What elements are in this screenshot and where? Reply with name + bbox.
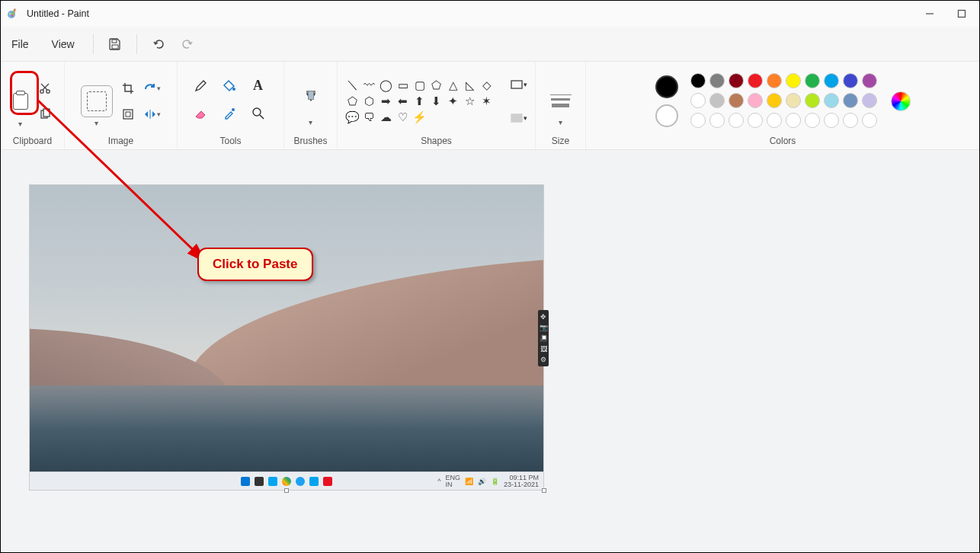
redo-icon[interactable] [180, 37, 195, 52]
color-swatch[interactable] [748, 113, 763, 128]
color-swatch[interactable] [767, 113, 782, 128]
color-swatch[interactable] [862, 113, 877, 128]
color-swatch[interactable] [690, 93, 706, 108]
color-swatch[interactable] [843, 73, 858, 88]
shape-oval-icon[interactable]: ◯ [379, 78, 394, 92]
color-swatch[interactable] [709, 113, 725, 128]
color-swatch[interactable] [786, 93, 801, 108]
color-swatch[interactable] [824, 93, 839, 108]
resize-icon[interactable] [119, 105, 137, 123]
shape-curve-icon[interactable]: 〰 [362, 78, 377, 92]
color-swatch[interactable] [709, 93, 725, 108]
taskbar-app-icon [309, 477, 319, 486]
color-swatch[interactable] [748, 73, 763, 88]
color-swatch[interactable] [729, 73, 744, 88]
menu-view[interactable]: View [47, 34, 79, 55]
color-swatch[interactable] [824, 73, 839, 88]
svg-rect-15 [123, 110, 133, 119]
taskbar-app-icon [268, 477, 277, 486]
group-brushes-label: Brushes [293, 136, 327, 146]
eraser-icon[interactable] [191, 104, 210, 123]
color-swatch[interactable] [748, 93, 763, 108]
color-swatch[interactable] [786, 73, 801, 88]
shape-darrow-icon[interactable]: ⬇ [429, 94, 444, 108]
group-image: ▾ ▾ ▾ Image [65, 62, 178, 149]
shape-6star-icon[interactable]: ✶ [479, 94, 495, 108]
shapes-gallery[interactable]: ＼ 〰 ◯ ▭ ▢ ⬠ △ ◺ ◇ ⬠ ⬡ ➡ ⬅ ⬆ ⬇ ✦ ☆ ✶ 💬 🗨 [345, 78, 495, 124]
pencil-icon[interactable] [191, 77, 210, 95]
color-picker-icon[interactable] [220, 104, 239, 123]
shape-rect-icon[interactable]: ▭ [396, 78, 411, 92]
shape-heart-icon[interactable]: ♡ [396, 110, 411, 124]
shape-rarrow-icon[interactable]: ➡ [379, 94, 394, 108]
resize-handle-bottom[interactable] [284, 488, 289, 493]
size-button[interactable]: ▾ [550, 81, 572, 122]
group-shapes: ＼ 〰 ◯ ▭ ▢ ⬠ △ ◺ ◇ ⬠ ⬡ ➡ ⬅ ⬆ ⬇ ✦ ☆ ✶ 💬 🗨 [338, 62, 536, 149]
color-swatch[interactable] [805, 93, 820, 108]
shape-pentagon-icon[interactable]: ⬠ [345, 94, 360, 108]
color-swatch[interactable] [805, 73, 820, 88]
color-swatch[interactable] [729, 113, 744, 128]
color-palette [690, 73, 879, 129]
shape-righttri-icon[interactable]: ◺ [463, 78, 478, 92]
color-swatch[interactable] [767, 93, 782, 108]
text-icon[interactable]: A [249, 77, 267, 95]
color-swatch[interactable] [862, 93, 877, 108]
magnifier-icon[interactable] [249, 104, 267, 123]
flip-icon[interactable]: ▾ [143, 105, 162, 123]
svg-rect-8 [112, 45, 118, 49]
shape-uarrow-icon[interactable]: ⬆ [412, 94, 428, 108]
shape-triangle-icon[interactable]: △ [446, 78, 461, 92]
canvas[interactable]: ^ ENGIN 📶 🔊 🔋 09:11 PM23-11-2021 ✥ 📷 🎥 🖼… [30, 185, 543, 490]
shape-diamond-icon[interactable]: ◇ [479, 78, 495, 92]
fill-icon[interactable] [220, 77, 239, 95]
menu-bar: File View [1, 27, 979, 62]
svg-rect-16 [126, 112, 130, 117]
color-swatch[interactable] [690, 73, 706, 88]
shape-outline-icon[interactable]: ▾ [510, 75, 528, 94]
undo-icon[interactable] [151, 37, 166, 52]
rotate-icon[interactable]: ▾ [143, 79, 162, 97]
color-swatch[interactable] [824, 113, 839, 128]
color-swatch[interactable] [786, 113, 801, 128]
shape-4star-icon[interactable]: ✦ [446, 94, 461, 108]
shape-fill-icon[interactable]: ▾ [510, 109, 528, 127]
taskbar-battery-icon: 🔋 [491, 478, 499, 485]
select-button[interactable]: ▾ [81, 85, 113, 117]
shape-larrow-icon[interactable]: ⬅ [396, 94, 411, 108]
color1-swatch[interactable] [655, 75, 678, 98]
color-swatch[interactable] [690, 113, 706, 128]
svg-rect-7 [112, 40, 117, 43]
shape-roundrect-icon[interactable]: ▢ [412, 78, 428, 92]
shape-hexagon-icon[interactable]: ⬡ [362, 94, 377, 108]
color-swatch[interactable] [862, 73, 877, 88]
resize-handle-right[interactable] [542, 335, 546, 340]
color-swatch[interactable] [729, 93, 744, 108]
color-swatch[interactable] [709, 73, 725, 88]
svg-rect-14 [43, 109, 50, 117]
color-swatch[interactable] [805, 113, 820, 128]
brushes-button[interactable]: ▾ [304, 81, 318, 122]
maximize-button[interactable] [956, 8, 967, 19]
color-swatch[interactable] [843, 113, 858, 128]
shape-5star-icon[interactable]: ☆ [463, 94, 478, 108]
minimize-button[interactable] [924, 8, 935, 19]
separator [93, 34, 94, 54]
svg-point-2 [9, 13, 11, 14]
save-icon[interactable] [107, 37, 123, 52]
shape-ovalcallout-icon[interactable]: 🗨 [362, 110, 377, 124]
edit-colors-button[interactable] [891, 91, 911, 111]
color2-swatch[interactable] [655, 104, 678, 127]
resize-handle-corner[interactable] [542, 488, 546, 493]
color-swatch[interactable] [767, 73, 782, 88]
shape-cloudcallout-icon[interactable]: ☁ [379, 110, 394, 124]
shape-roundcallout-icon[interactable]: 💬 [345, 110, 360, 124]
shape-line-icon[interactable]: ＼ [345, 78, 360, 92]
menu-file[interactable]: File [7, 34, 34, 55]
overlay-gear-icon: ⚙ [539, 355, 548, 364]
crop-icon[interactable] [119, 79, 137, 97]
svg-point-4 [12, 12, 14, 14]
color-swatch[interactable] [843, 93, 858, 108]
shape-lightning-icon[interactable]: ⚡ [412, 110, 428, 124]
shape-polygon-icon[interactable]: ⬠ [429, 78, 444, 92]
